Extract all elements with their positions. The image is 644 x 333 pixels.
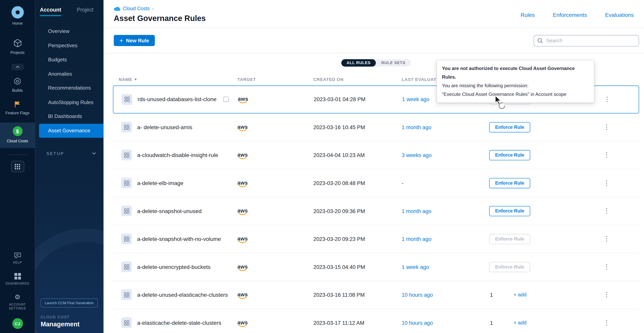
column-header-target: TARGET [237,77,313,82]
aws-logo: aws [237,320,248,327]
tooltip-line: You are not authorized to execute Cloud … [442,64,589,81]
header-link-rules[interactable]: Rules [520,12,534,18]
search-input[interactable] [534,35,639,46]
setup-section-toggle[interactable]: SETUP [35,151,104,156]
ccm-nav-panel: Account Project OverviewPerspectivesBudg… [35,0,104,333]
enforce-rule-button[interactable]: Enforce Rule [489,150,530,160]
target-cell: aws [237,318,313,327]
dashboards-icon [14,273,21,279]
table-row[interactable]: a-delete-unencrypted-bucketsaws2023-03-1… [113,253,639,281]
row-menu-button[interactable]: ⋮ [600,179,613,187]
sidebar-item-overview[interactable]: Overview [35,24,104,39]
last-evaluation[interactable]: 3 weeks ago [402,152,479,158]
breadcrumb-cloud-costs-link[interactable]: Cloud Costs [123,6,150,11]
enforce-rule-button[interactable]: Enforce Rule [489,234,530,244]
page-header: Cloud Costs › Asset Governance Rules Rul… [104,0,644,28]
sidebar-item-recommendations[interactable]: Recommendations [35,81,104,95]
sidebar-module-builds[interactable]: Builds [0,77,35,93]
table-row[interactable]: a-delete-snapshot-with-no-volumeaws2023-… [113,225,639,253]
rule-name-cell: a-delete-snapshot-unused [113,206,238,216]
sidebar-module-home[interactable]: Home [0,6,35,26]
gear-icon: ⚙ [14,294,20,300]
new-rule-button[interactable]: + New Rule [114,35,155,46]
sidebar-item-asset-governance[interactable]: Asset Governance [39,124,104,138]
rule-icon [121,150,132,161]
last-evaluation[interactable]: 10 hours ago [402,292,479,298]
row-menu-button[interactable]: ⋮ [600,291,613,299]
row-menu-button[interactable]: ⋮ [600,123,613,131]
copy-icon[interactable] [224,97,229,102]
tab-project[interactable]: Project [77,7,94,15]
toggle-all-rules[interactable]: ALL RULES [341,59,376,67]
header-link-enforcements[interactable]: Enforcements [553,12,587,18]
add-enforcement-link[interactable]: + add [514,292,526,297]
sidebar-item-account-settings[interactable]: ⚙ ACCOUNT SETTINGS [0,294,35,311]
search-box [534,35,639,46]
sidebar-item-bi-dashboards[interactable]: BI Dashboards [35,109,104,124]
sidebar-module-projects[interactable]: Projects [0,39,35,56]
row-menu-button[interactable]: ⋮ [600,263,613,271]
aws-logo: aws [237,180,248,187]
user-avatar[interactable]: CJ [12,318,23,329]
module-label-home: Home [12,21,23,26]
table-row[interactable]: a-delete-unused-elasticache-clustersaws2… [113,281,639,309]
toggle-rule-sets[interactable]: RULE SETS [376,59,411,67]
aws-logo: aws [237,292,248,299]
rule-name-cell: a-delete-unused-elasticache-clusters [113,289,238,300]
rule-icon [122,94,132,105]
rule-name-cell: a-delete-unencrypted-buckets [113,261,238,272]
sidebar-item-perspectives[interactable]: Perspectives [35,39,104,53]
last-evaluation[interactable]: 1 month ago [402,208,479,214]
aws-logo: aws [237,236,248,243]
table-row[interactable]: a-elasticache-delete-stale-clustersaws20… [113,309,639,333]
sidebar-item-budgets[interactable]: Budgets [35,53,104,67]
rule-icon [121,178,132,188]
rule-name: a-elasticache-delete-stale-clusters [137,320,222,326]
row-menu-button[interactable]: ⋮ [600,207,613,215]
sidebar-item-anomalies[interactable]: Anomalies [35,67,104,81]
cloud-costs-icon: $ [12,126,22,136]
column-header-name[interactable]: NAME ▾ [113,77,238,82]
last-evaluation[interactable]: 1 month ago [402,124,479,130]
sidebar-module-cloud-costs[interactable]: $ Cloud Costs [0,123,35,148]
main-content: Cloud Costs › Asset Governance Rules Rul… [104,0,644,333]
enforce-rule-button[interactable]: Enforce Rule [489,122,530,132]
add-enforcement-link[interactable]: + add [514,320,526,325]
row-menu-button[interactable]: ⋮ [600,319,613,327]
last-evaluation[interactable]: 1 month ago [402,236,479,242]
enforce-rule-button[interactable]: Enforce Rule [489,206,530,216]
last-evaluation[interactable]: 1 week ago [402,264,479,270]
rule-icon [121,261,132,272]
plus-icon: + [120,37,123,44]
menu-cell: ⋮ [600,95,639,104]
enforce-rule-button[interactable]: Enforce Rule [489,178,530,188]
row-menu-button[interactable]: ⋮ [600,95,614,104]
menu-cell: ⋮ [600,235,639,243]
sidebar-item-autostopping-rules[interactable]: AutoStopping Rules [35,95,104,109]
tab-account[interactable]: Account [40,7,61,16]
sidebar-module-feature-flags[interactable]: Feature Flags [0,101,35,116]
table-row[interactable]: a- delete-unused-amisaws2023-03-16 10:45… [113,113,639,141]
last-evaluation[interactable]: 10 hours ago [402,320,479,326]
row-menu-button[interactable]: ⋮ [600,151,613,159]
chevron-down-icon [92,152,96,155]
action-cell: Enforce Rule [479,178,600,188]
target-cell: aws [237,151,313,159]
row-menu-button[interactable]: ⋮ [600,235,613,243]
sidebar-item-dashboards[interactable]: DASHBOARDS [0,273,35,285]
breadcrumb: Cloud Costs › [114,6,154,11]
table-row[interactable]: a-delete-elb-imageaws2023-03-20 08:48 PM… [113,169,639,197]
module-picker-button[interactable] [11,161,24,172]
table-row[interactable]: a-cloudwatch-disable-insight-ruleaws2023… [113,141,639,169]
action-cell: Enforce Rule [479,150,600,160]
table-row[interactable]: a-delete-snapshot-unusedaws2023-03-20 09… [113,197,639,225]
collapse-modules-button[interactable] [11,64,24,70]
cloud-icon [114,7,120,11]
rule-name-cell: a-cloudwatch-disable-insight-rule [113,150,238,161]
launch-ccm-first-gen-button[interactable]: Launch CCM First Generation [41,298,98,307]
setup-label: SETUP [46,151,64,156]
dashboards-label: DASHBOARDS [3,281,32,285]
enforce-rule-button[interactable]: Enforce Rule [489,262,530,272]
sidebar-item-help[interactable]: HELP [0,252,35,265]
header-link-evaluations[interactable]: Evaluations [605,12,634,18]
